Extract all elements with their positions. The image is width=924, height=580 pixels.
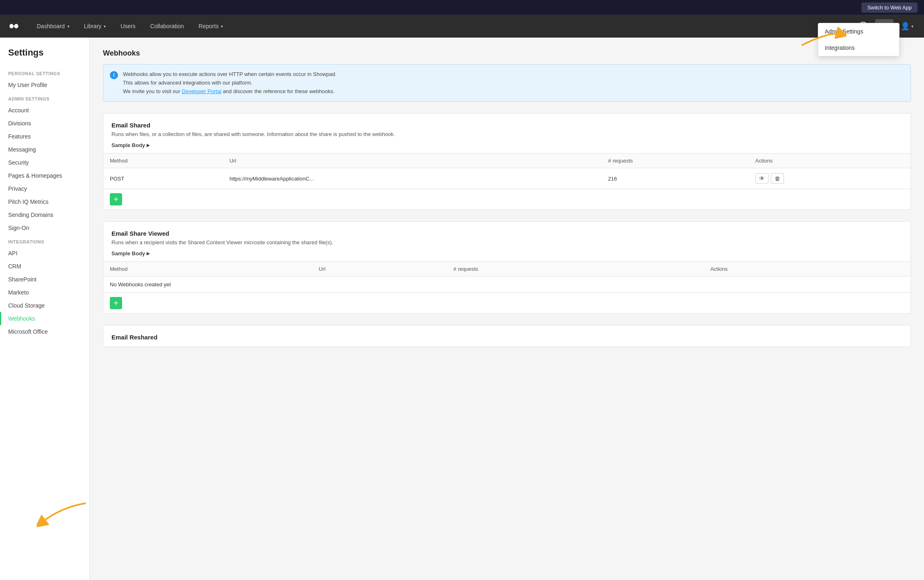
switch-to-web-app-button[interactable]: Switch to Web App <box>862 2 917 13</box>
cell-method: POST <box>103 168 223 189</box>
no-webhook-text: No Webhooks created yet <box>103 277 911 293</box>
sidebar-item-webhooks[interactable]: Webhooks <box>0 312 89 325</box>
sidebar-item-account[interactable]: Account <box>0 104 89 117</box>
top-bar: Switch to Web App <box>0 0 924 15</box>
email-shared-table: Method Url # requests Actions POST https… <box>103 153 911 189</box>
dropdown-item-admin-settings[interactable]: Admin Settings <box>818 23 899 40</box>
col-requests: # requests <box>601 154 748 168</box>
nav-item-dashboard[interactable]: Dashboard ▾ <box>31 20 75 33</box>
email-share-viewed-add-row: + <box>103 293 911 313</box>
nav-item-users[interactable]: Users <box>115 20 141 33</box>
sidebar-item-my-user-profile[interactable]: My User Profile <box>0 78 89 91</box>
col-method: Method <box>103 262 312 277</box>
sidebar-item-security[interactable]: Security <box>0 156 89 169</box>
email-share-viewed-desc: Runs when a recipient visits the Shared … <box>111 239 902 245</box>
sidebar-item-cloud-storage[interactable]: Cloud Storage <box>0 299 89 312</box>
main-content: Webhooks i Webhooks allow you to execute… <box>90 38 924 580</box>
sample-body-arrow-icon: ▶ <box>147 143 150 147</box>
email-share-viewed-sample-body[interactable]: Sample Body ▶ <box>103 250 911 261</box>
chevron-down-icon: ▾ <box>104 24 106 29</box>
email-reshared-title: Email Reshared <box>111 334 902 341</box>
chevron-down-icon: ▾ <box>911 24 913 29</box>
email-share-viewed-header: Email Share Viewed Runs when a recipient… <box>103 222 911 250</box>
col-requests: # requests <box>447 262 704 277</box>
cell-actions: 👁 🗑 <box>749 168 911 189</box>
add-email-share-viewed-webhook-button[interactable]: + <box>110 297 122 309</box>
cell-requests: 216 <box>601 168 748 189</box>
table-row-empty: No Webhooks created yet <box>103 277 911 293</box>
user-icon: 👤 <box>901 22 910 31</box>
info-text: Webhooks allow you to execute actions ov… <box>123 70 336 96</box>
trash-icon: 🗑 <box>775 175 780 182</box>
chevron-down-icon: ▾ <box>67 24 69 29</box>
chevron-down-icon: ▾ <box>221 24 223 29</box>
gear-dropdown: Admin Settings Integrations <box>818 23 900 56</box>
sidebar-item-pages-homepages[interactable]: Pages & Homepages <box>0 169 89 182</box>
sidebar-item-features[interactable]: Features <box>0 130 89 143</box>
delete-webhook-button[interactable]: 🗑 <box>771 173 784 184</box>
admin-settings-section-label: Admin Settings <box>0 91 89 104</box>
nav-item-reports[interactable]: Reports ▾ <box>193 20 229 33</box>
cell-url: https://myMiddlewareApplicationC... <box>223 168 601 189</box>
sidebar-item-divisions[interactable]: Divisions <box>0 117 89 130</box>
sidebar-item-pitch-iq-metrics[interactable]: Pitch IQ Metrics <box>0 195 89 208</box>
info-icon: i <box>110 71 118 79</box>
email-shared-title: Email Shared <box>111 122 902 129</box>
col-method: Method <box>103 154 223 168</box>
email-shared-add-row: + <box>103 189 911 210</box>
developer-portal-link[interactable]: Developer Portal <box>182 88 221 94</box>
sidebar-item-privacy[interactable]: Privacy <box>0 182 89 195</box>
sidebar-item-sign-on[interactable]: Sign-On <box>0 221 89 234</box>
col-actions: Actions <box>749 154 911 168</box>
sidebar-item-marketo[interactable]: Marketo <box>0 286 89 299</box>
email-shared-sample-body[interactable]: Sample Body ▶ <box>103 142 911 153</box>
email-share-viewed-table: Method Url # requests Actions No Webhook… <box>103 261 911 293</box>
col-actions: Actions <box>704 262 911 277</box>
sidebar: Settings Personal Settings My User Profi… <box>0 38 90 580</box>
main-layout: Settings Personal Settings My User Profi… <box>0 38 924 580</box>
user-profile-button[interactable]: 👤 ▾ <box>897 19 917 33</box>
eye-icon: 👁 <box>759 175 765 182</box>
integrations-section-label: Integrations <box>0 234 89 247</box>
email-share-viewed-title: Email Share Viewed <box>111 230 902 237</box>
nav-item-collaboration[interactable]: Collaboration <box>145 20 190 33</box>
page-title: Settings <box>0 47 89 66</box>
sidebar-item-sharepoint[interactable]: SharePoint <box>0 273 89 286</box>
email-share-viewed-section: Email Share Viewed Runs when a recipient… <box>103 221 911 314</box>
add-email-shared-webhook-button[interactable]: + <box>110 193 122 205</box>
personal-settings-section-label: Personal Settings <box>0 66 89 78</box>
email-reshared-header: Email Reshared <box>103 326 911 346</box>
col-url: Url <box>223 154 601 168</box>
sidebar-item-api[interactable]: API <box>0 247 89 260</box>
info-box: i Webhooks allow you to execute actions … <box>103 64 911 102</box>
col-url: Url <box>312 262 447 277</box>
sidebar-item-microsoft-office[interactable]: Microsoft Office <box>0 325 89 338</box>
nav-bar: Dashboard ▾ Library ▾ Users Collaboratio… <box>0 15 924 38</box>
email-shared-section: Email Shared Runs when files, or a colle… <box>103 113 911 210</box>
sidebar-item-messaging[interactable]: Messaging <box>0 143 89 156</box>
email-reshared-section: Email Reshared <box>103 325 911 347</box>
view-webhook-button[interactable]: 👁 <box>755 173 768 184</box>
sample-body-arrow-icon: ▶ <box>147 251 150 256</box>
email-shared-header: Email Shared Runs when files, or a colle… <box>103 114 911 142</box>
sidebar-item-crm[interactable]: CRM <box>0 260 89 273</box>
sidebar-item-sending-domains[interactable]: Sending Domains <box>0 208 89 221</box>
nav-item-library[interactable]: Library ▾ <box>78 20 112 33</box>
table-row: POST https://myMiddlewareApplicationC...… <box>103 168 911 189</box>
email-shared-desc: Runs when files, or a collection of file… <box>111 131 902 137</box>
nav-logo <box>7 21 21 31</box>
dropdown-item-integrations[interactable]: Integrations <box>818 40 899 56</box>
webhooks-heading: Webhooks <box>103 49 911 58</box>
